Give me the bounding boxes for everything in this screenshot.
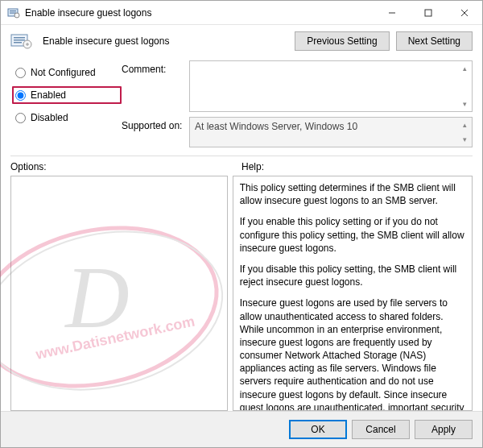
help-paragraph: If you disable this policy setting, the …: [240, 263, 465, 288]
close-button[interactable]: [446, 1, 482, 24]
policy-icon: [7, 6, 20, 19]
help-pane[interactable]: This policy setting determines if the SM…: [233, 176, 473, 411]
comment-label: Comment:: [122, 60, 186, 75]
options-pane[interactable]: [10, 176, 228, 411]
scroll-down-icon[interactable]: ▾: [459, 134, 470, 145]
header-row: Enable insecure guest logons Previous Se…: [1, 25, 482, 54]
state-radios: Not Configured Enabled Disabled: [14, 60, 118, 125]
minimize-button[interactable]: [374, 1, 410, 24]
window-title: Enable insecure guest logons: [25, 7, 374, 19]
radio-disabled[interactable]: Disabled: [14, 110, 118, 125]
cancel-button[interactable]: Cancel: [352, 420, 410, 439]
radio-not-configured[interactable]: Not Configured: [14, 65, 118, 80]
svg-point-6: [14, 13, 19, 18]
svg-rect-13: [14, 39, 25, 41]
help-paragraph: Insecure guest logons are used by file s…: [240, 297, 465, 411]
comment-textarea[interactable]: ▴ ▾: [189, 60, 473, 112]
pane-labels: Options: Help:: [1, 160, 482, 176]
radio-disabled-label: Disabled: [31, 112, 68, 123]
footer: OK Cancel Apply: [1, 411, 482, 447]
radio-not-configured-input[interactable]: [15, 68, 26, 78]
radio-enabled-label: Enabled: [31, 89, 66, 101]
panes: This policy setting determines if the SM…: [1, 176, 482, 411]
svg-rect-12: [14, 37, 25, 39]
radio-disabled-input[interactable]: [15, 113, 26, 123]
apply-button[interactable]: Apply: [415, 420, 473, 439]
supported-on-box: At least Windows Server, Windows 10 ▴ ▾: [189, 117, 473, 147]
config-area: Not Configured Enabled Disabled Comment:…: [1, 54, 482, 147]
next-setting-button[interactable]: Next Setting: [396, 31, 473, 51]
scroll-down-icon[interactable]: ▾: [459, 98, 470, 110]
supported-on-text: At least Windows Server, Windows 10: [195, 121, 357, 132]
maximize-button[interactable]: [410, 1, 446, 24]
policy-large-icon: [10, 32, 36, 50]
scroll-up-icon[interactable]: ▴: [459, 119, 470, 131]
ok-button[interactable]: OK: [289, 420, 347, 439]
help-paragraph: This policy setting determines if the SM…: [240, 181, 465, 207]
supported-on-label: Supported on:: [122, 117, 186, 131]
help-label: Help:: [242, 161, 473, 172]
title-controls: [374, 1, 482, 24]
scroll-up-icon[interactable]: ▴: [459, 63, 470, 74]
radio-enabled[interactable]: Enabled: [12, 86, 122, 104]
policy-title: Enable insecure guest logons: [43, 35, 288, 47]
svg-rect-4: [10, 10, 16, 11]
options-label: Options:: [10, 161, 242, 172]
titlebar: Enable insecure guest logons: [1, 1, 482, 25]
svg-rect-14: [14, 42, 22, 44]
dialog-window: D www.Datisnetwork.com Enable insecure g…: [0, 0, 483, 448]
radio-not-configured-label: Not Configured: [31, 67, 96, 78]
radio-enabled-input[interactable]: [15, 90, 26, 101]
help-paragraph: If you enable this policy setting or if …: [240, 215, 465, 255]
divider: [10, 156, 473, 156]
previous-setting-button[interactable]: Previous Setting: [295, 31, 389, 51]
svg-rect-8: [425, 10, 431, 16]
